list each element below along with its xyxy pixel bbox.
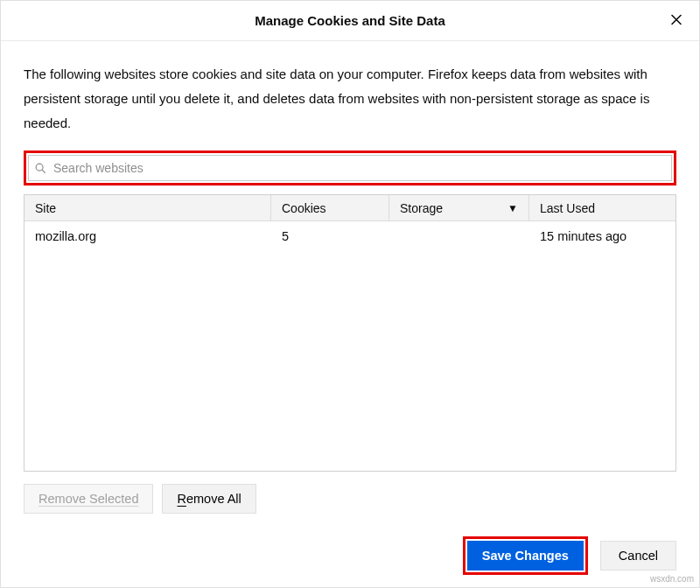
cell-cookies: 5: [271, 229, 389, 243]
column-label: Storage: [400, 201, 443, 215]
remove-all-button[interactable]: Remove All: [162, 484, 256, 514]
footer-left-buttons: Remove Selected Remove All: [24, 472, 676, 519]
manage-cookies-dialog: Manage Cookies and Site Data The followi…: [0, 0, 700, 588]
remove-selected-button: Remove Selected: [24, 484, 153, 514]
search-field[interactable]: [28, 155, 672, 181]
cell-last-used: 15 minutes ago: [529, 229, 676, 243]
description-text: The following websites store cookies and…: [24, 62, 676, 135]
search-icon: [34, 162, 46, 174]
column-label: Site: [35, 201, 56, 215]
sort-desc-icon: ▼: [508, 202, 518, 214]
column-header-cookies[interactable]: Cookies: [271, 195, 389, 220]
search-input[interactable]: [52, 160, 666, 176]
cell-site: mozilla.org: [24, 229, 271, 243]
save-highlight-box: Save Changes: [463, 536, 588, 575]
cancel-button[interactable]: Cancel: [600, 541, 676, 570]
column-header-storage[interactable]: Storage ▼: [389, 195, 529, 220]
button-label-rest: emove Selected: [47, 492, 138, 506]
table-body[interactable]: mozilla.org 5 15 minutes ago: [24, 221, 676, 471]
table-header: Site Cookies Storage ▼ Last Used: [24, 195, 676, 221]
close-icon: [669, 12, 683, 30]
button-label-rest: emove All: [186, 492, 242, 506]
search-highlight-box: [24, 150, 676, 186]
button-accesskey: R: [177, 492, 186, 506]
column-header-site[interactable]: Site: [24, 195, 271, 220]
dialog-body: The following websites store cookies and…: [1, 41, 699, 528]
dialog-header: Manage Cookies and Site Data: [1, 1, 699, 41]
table-row[interactable]: mozilla.org 5 15 minutes ago: [24, 221, 676, 251]
dialog-action-row: Save Changes Cancel: [1, 528, 699, 587]
save-changes-button[interactable]: Save Changes: [467, 541, 584, 570]
close-button[interactable]: [666, 9, 687, 32]
button-accesskey: R: [38, 492, 47, 506]
sites-table: Site Cookies Storage ▼ Last Used mozilla…: [24, 194, 676, 472]
dialog-title: Manage Cookies and Site Data: [255, 13, 445, 28]
watermark: wsxdn.com: [650, 574, 694, 584]
svg-line-1: [42, 170, 45, 172]
column-label: Cookies: [282, 201, 326, 215]
column-header-last-used[interactable]: Last Used: [529, 195, 676, 220]
column-label: Last Used: [540, 201, 595, 215]
